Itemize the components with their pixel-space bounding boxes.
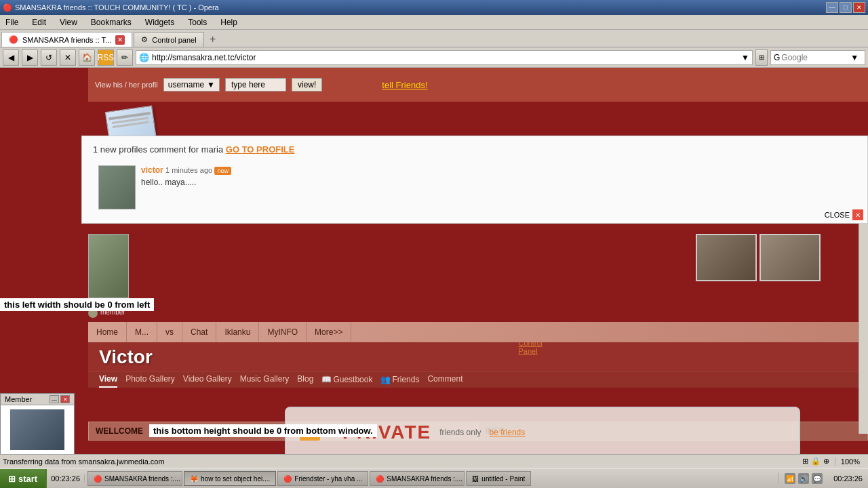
tell-friends-link[interactable]: tell Friends!: [382, 80, 427, 90]
stop-button[interactable]: ✕: [60, 49, 76, 66]
go-to-profile-link[interactable]: GO TO PROFILE: [226, 144, 295, 155]
close-button[interactable]: ✕: [853, 2, 865, 13]
taskbar-item-4[interactable]: 🔴 SMANSAKRA friends :....: [370, 471, 465, 486]
profile-tab-friends[interactable]: Friends: [392, 372, 419, 387]
menu-widgets[interactable]: Widgets: [142, 16, 177, 28]
start-icon: ⊞: [8, 474, 16, 484]
nav-m[interactable]: M...: [127, 322, 157, 342]
profile-tab-friends-wrapper[interactable]: 👥 Friends: [380, 371, 419, 388]
profile-tabs: View Photo Gallery Video Gallery Music G…: [88, 371, 868, 388]
reload-button[interactable]: ↺: [41, 49, 57, 66]
taskbar-icon-2: 🦊: [190, 475, 198, 483]
close-notification-button[interactable]: CLOSE ✕: [821, 207, 867, 223]
member-panel: Member — ✕ jakuulhast: [0, 393, 75, 454]
tab-favicon-1: 🔴: [9, 35, 18, 44]
menu-view[interactable]: View: [57, 16, 80, 28]
taskbar-item-2[interactable]: 🦊 how to set object hei....: [184, 471, 276, 486]
commenter-username[interactable]: victor: [141, 165, 163, 175]
minimize-button[interactable]: —: [826, 2, 838, 13]
nav-home[interactable]: Home: [88, 322, 127, 342]
profile-tab-comment[interactable]: Comment: [427, 371, 462, 388]
profile-name: Victor: [99, 346, 857, 368]
address-dropdown-icon[interactable]: ▼: [741, 53, 749, 62]
sys-icon-3: 💬: [812, 473, 823, 484]
dropdown-arrow-icon: ▼: [207, 80, 215, 89]
start-button[interactable]: ⊞ start: [0, 469, 47, 488]
notification-text: 1 new profiles comment for maria GO TO P…: [93, 144, 856, 155]
profile-tab-guestbook[interactable]: Guestbook: [333, 372, 372, 387]
tab-label-2: Control panel: [152, 36, 196, 44]
sys-icon-1: 📶: [785, 473, 795, 484]
time-display: 00:23:26: [833, 474, 863, 483]
window-title: SMANSAKRA friends :: TOUCH COMMUNITY! ( …: [15, 3, 219, 12]
taskbar-item-1[interactable]: 🔴 SMANSAKRA friends :....: [87, 471, 182, 486]
rss-button[interactable]: RSS: [98, 49, 114, 66]
profile-search-input[interactable]: [225, 78, 286, 92]
member-panel-close[interactable]: ✕: [60, 395, 70, 403]
taskbar-item-3[interactable]: 🔴 Friendster - yha vha ...: [277, 471, 368, 486]
panel-toggle[interactable]: ⊞: [755, 49, 768, 66]
search-engine-icon: G: [774, 53, 780, 62]
taskbar-icon-5: 🖼: [472, 475, 479, 483]
guestbook-icon: 📖: [321, 375, 332, 384]
be-friends-link[interactable]: be friends: [490, 428, 526, 437]
photo-thumbnails: [696, 234, 821, 281]
home-button[interactable]: 🏠: [79, 49, 95, 66]
photo-thumb-2[interactable]: [760, 234, 821, 281]
menu-help[interactable]: Help: [218, 16, 240, 28]
tab-smansakra[interactable]: 🔴 SMANSAKRA friends :: T... ✕: [1, 32, 132, 47]
taskbar-icon-4: 🔴: [376, 475, 384, 483]
tab-label-1: SMANSAKRA friends :: T...: [22, 36, 111, 44]
profile-tab-video[interactable]: Video Gallery: [183, 371, 232, 388]
taskbar-item-5[interactable]: 🖼 untitled - Paint: [466, 471, 531, 486]
status-icon-1: ⊞: [802, 457, 808, 466]
tab-control-panel[interactable]: ⚙ Control panel: [134, 32, 203, 47]
close-x-icon[interactable]: ✕: [852, 209, 863, 220]
status-icon-3: ⊕: [823, 457, 829, 466]
profile-tab-guestbook-wrapper[interactable]: 📖 Guestbook: [321, 371, 372, 388]
sys-icon-2: 🔊: [798, 473, 809, 484]
menu-bookmarks[interactable]: Bookmarks: [88, 16, 134, 28]
profile-name-area: Victor: [88, 342, 868, 372]
edit-button[interactable]: ✏: [117, 49, 133, 66]
tab-close-1[interactable]: ✕: [115, 35, 125, 45]
menu-tools[interactable]: Tools: [185, 16, 210, 28]
profile-tab-blog[interactable]: Blog: [297, 371, 313, 388]
profile-tab-music[interactable]: Music Gallery: [240, 371, 290, 388]
bottom-annotation: this bottom height should be 0 from bott…: [149, 424, 377, 437]
address-input[interactable]: [152, 53, 738, 62]
menu-file[interactable]: File: [3, 16, 21, 28]
menu-bar: File Edit View Bookmarks Widgets Tools H…: [0, 15, 868, 30]
username-dropdown[interactable]: username ▼: [163, 78, 220, 92]
start-label: start: [18, 474, 37, 484]
nav-iklanku[interactable]: Iklanku: [216, 322, 259, 342]
nav-myinfo[interactable]: MyINFO: [259, 322, 307, 342]
menu-edit[interactable]: Edit: [29, 16, 49, 28]
status-text: Transferring data from smansakra.jwnmedi…: [3, 458, 797, 466]
view-button[interactable]: view!: [292, 78, 322, 92]
comment-message: hello.. maya.....: [141, 178, 851, 187]
nav-more[interactable]: More>>: [307, 322, 351, 342]
nav-chat[interactable]: Chat: [182, 322, 216, 342]
comment-body: victor 1 minutes ago new hello.. maya...…: [141, 165, 851, 187]
status-icon-2: 🔒: [811, 457, 821, 466]
search-dropdown-icon[interactable]: ▼: [850, 53, 859, 62]
profile-tab-view[interactable]: View: [99, 371, 117, 388]
back-button[interactable]: ◀: [3, 49, 19, 66]
member-panel-title: Member — ✕: [1, 394, 74, 405]
taskbar: ⊞ start 00:23:26 🔴 SMANSAKRA friends :..…: [0, 468, 868, 488]
member-thumbnail-1: [10, 409, 64, 450]
nav-vs[interactable]: vs: [157, 322, 182, 342]
title-bar-left: 🔴 SMANSAKRA friends :: TOUCH COMMUNITY! …: [3, 3, 219, 12]
photo-thumb-1[interactable]: [696, 234, 757, 281]
new-tab-button[interactable]: +: [205, 32, 220, 47]
address-bar[interactable]: 🌐 ▼: [136, 50, 753, 65]
taskbar-system-tray: 📶 🔊 💬: [778, 473, 828, 484]
maximize-button[interactable]: □: [840, 2, 852, 13]
search-input[interactable]: [781, 53, 849, 62]
forward-button[interactable]: ▶: [22, 49, 38, 66]
profile-tab-photo[interactable]: Photo Gallery: [125, 371, 175, 388]
member-panel-minimize[interactable]: —: [50, 395, 59, 403]
notification-box: 1 new profiles comment for maria GO TO P…: [81, 136, 868, 224]
tab-bar: 🔴 SMANSAKRA friends :: T... ✕ ⚙ Control …: [0, 30, 868, 47]
